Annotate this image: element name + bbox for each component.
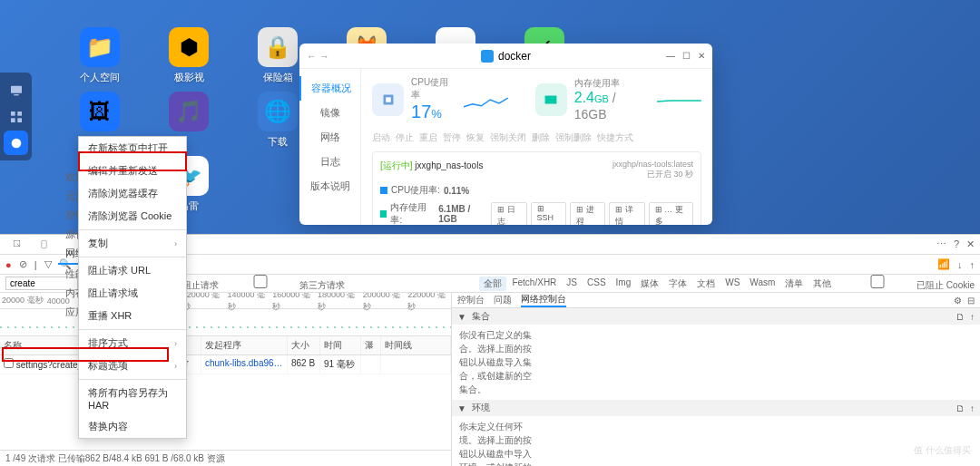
nav-arrows[interactable]: ← → bbox=[307, 51, 329, 62]
desktop-icon[interactable]: 📁个人空间 bbox=[59, 27, 141, 84]
container-button[interactable]: ⊞ … 更多 bbox=[649, 202, 693, 225]
blocked-cookie-checkbox[interactable] bbox=[841, 275, 914, 288]
context-menu-item[interactable]: 复制› bbox=[79, 232, 186, 255]
container-button[interactable]: ⊞ SSH bbox=[531, 202, 567, 225]
filter-type[interactable]: 其他 bbox=[808, 277, 836, 291]
record-icon[interactable]: ● bbox=[5, 259, 12, 270]
desktop-icon[interactable]: ⬢极影视 bbox=[148, 27, 230, 84]
row-checkbox[interactable] bbox=[4, 358, 14, 368]
cpu-sparkline bbox=[464, 91, 508, 109]
container-action[interactable]: 强制关闭 bbox=[490, 131, 526, 144]
dock-app-icon[interactable] bbox=[4, 131, 28, 155]
device-icon[interactable] bbox=[32, 237, 56, 252]
close-button[interactable]: ✕ bbox=[698, 51, 705, 61]
new-collection-icon[interactable]: 🗋 bbox=[956, 312, 965, 322]
container-action[interactable]: 重启 bbox=[419, 131, 437, 144]
context-menu-item[interactable]: 排序方式› bbox=[79, 332, 186, 354]
filter-type[interactable]: JS bbox=[562, 277, 582, 291]
dock-monitor-icon[interactable] bbox=[4, 78, 28, 102]
filter-type[interactable]: CSS bbox=[583, 277, 611, 291]
svg-rect-0 bbox=[11, 85, 22, 92]
close-devtools-icon[interactable]: ✕ bbox=[966, 238, 975, 250]
panel-close-icon[interactable]: ⊟ bbox=[967, 296, 975, 306]
maximize-button[interactable]: ☐ bbox=[682, 51, 691, 61]
container-action[interactable]: 启动 bbox=[372, 131, 390, 144]
import-collection-icon[interactable]: ↑ bbox=[970, 312, 975, 322]
svg-rect-3 bbox=[17, 112, 22, 116]
container-button[interactable]: ⊞ 日志 bbox=[491, 202, 526, 225]
container-action[interactable]: 停止 bbox=[396, 131, 414, 144]
container-card: [运行中] jxxghp_nas-tools jxxghp/nas-tools:… bbox=[372, 151, 701, 225]
panel-settings-icon[interactable]: ⚙ bbox=[954, 296, 962, 306]
container-action[interactable]: 强制删除 bbox=[555, 131, 592, 144]
filter-type[interactable]: Img bbox=[612, 277, 636, 291]
inspect-icon[interactable] bbox=[5, 237, 30, 252]
container-button[interactable]: ⊞ 详情 bbox=[609, 202, 644, 225]
icon-label: 保险箱 bbox=[263, 71, 293, 84]
context-menu-item[interactable]: 标题选项› bbox=[79, 354, 186, 377]
network-request-row[interactable]: settings?create_container=true&endPoi… x… bbox=[0, 355, 451, 374]
new-env-icon[interactable]: 🗋 bbox=[956, 403, 965, 413]
filter-type[interactable]: 全部 bbox=[479, 277, 506, 291]
filter-toggle-icon[interactable]: ▽ bbox=[44, 258, 52, 270]
tab-network-console[interactable]: 网络控制台 bbox=[521, 293, 566, 307]
svg-rect-11 bbox=[42, 240, 47, 248]
dock-grid-icon[interactable] bbox=[4, 104, 28, 129]
context-menu-item[interactable]: 将所有内容另存为HAR bbox=[79, 382, 186, 415]
icon-label: 极影视 bbox=[174, 71, 204, 84]
filter-type[interactable]: 文档 bbox=[692, 277, 720, 291]
minimize-button[interactable]: — bbox=[666, 51, 675, 61]
app-icon: 🎵 bbox=[169, 92, 209, 131]
icon-label: 个人空间 bbox=[80, 71, 120, 84]
wifi-icon[interactable]: 📶 bbox=[937, 258, 950, 270]
download-icon[interactable]: ↓ bbox=[957, 259, 963, 270]
container-action[interactable]: 快捷方式 bbox=[597, 131, 633, 144]
container-name: jxxghp_nas-tools bbox=[415, 160, 483, 170]
filter-type[interactable]: WS bbox=[720, 277, 744, 291]
tab-issues[interactable]: 问题 bbox=[494, 294, 512, 306]
cpu-value: 17 bbox=[411, 102, 431, 121]
context-menu-item[interactable]: 编辑并重新发送 bbox=[79, 160, 186, 182]
environments-empty-text: 你未定义任何环境。选择上面的按钮以从磁盘中导入环境，或创建新的空环境。 bbox=[452, 416, 543, 466]
docker-sidebar-item[interactable]: 容器概况 bbox=[299, 76, 360, 101]
container-action[interactable]: 恢复 bbox=[466, 131, 485, 144]
filter-type[interactable]: Fetch/XHR bbox=[507, 277, 561, 291]
mem-sparkline bbox=[657, 91, 701, 109]
tab-console[interactable]: 控制台 bbox=[457, 294, 485, 306]
docker-sidebar-item[interactable]: 镜像 bbox=[299, 101, 360, 125]
environments-header[interactable]: ▼ 环境 🗋 ↑ bbox=[452, 400, 980, 416]
container-action[interactable]: 暂停 bbox=[443, 131, 461, 144]
filter-type[interactable]: Wasm bbox=[745, 277, 779, 291]
app-icon: 🖼 bbox=[80, 92, 120, 131]
context-menu-item[interactable]: 清除浏览器 Cookie bbox=[79, 205, 186, 228]
collections-header[interactable]: ▼ 集合 🗋 ↑ bbox=[452, 308, 980, 325]
divider: | bbox=[34, 259, 37, 270]
context-menu-item[interactable]: 阻止请求 URL bbox=[79, 259, 186, 282]
context-menu-item[interactable]: 在新标签页中打开 bbox=[79, 137, 186, 160]
upload-icon[interactable]: ↑ bbox=[970, 259, 975, 270]
svg-rect-8 bbox=[386, 97, 391, 102]
initiator-link[interactable]: chunk-libs.dba96… bbox=[201, 355, 288, 374]
import-env-icon[interactable]: ↑ bbox=[970, 403, 975, 413]
svg-rect-1 bbox=[14, 94, 18, 95]
context-menu-item[interactable]: 替换内容 bbox=[79, 415, 186, 438]
third-party-checkbox[interactable] bbox=[224, 275, 297, 288]
mem-label: 内存使用率 bbox=[574, 77, 651, 90]
filter-type[interactable]: 清单 bbox=[780, 277, 808, 291]
clear-icon[interactable]: ⊘ bbox=[19, 258, 27, 270]
help-icon[interactable]: ? bbox=[954, 238, 959, 250]
filter-type[interactable]: 字体 bbox=[664, 277, 691, 291]
timeline-overview[interactable] bbox=[0, 309, 451, 336]
container-action[interactable]: 删除 bbox=[532, 131, 550, 144]
app-icon: ⬢ bbox=[169, 27, 209, 67]
context-menu-item[interactable]: 重播 XHR bbox=[79, 305, 186, 327]
container-button[interactable]: ⊞ 进程 bbox=[570, 202, 605, 225]
more-icon[interactable]: ⋯ bbox=[936, 238, 946, 250]
dock bbox=[0, 73, 32, 160]
filter-type[interactable]: 媒体 bbox=[636, 277, 663, 291]
docker-sidebar-item[interactable]: 日志 bbox=[299, 150, 360, 174]
context-menu-item[interactable]: 阻止请求域 bbox=[79, 282, 186, 305]
context-menu-item[interactable]: 清除浏览器缓存 bbox=[79, 182, 186, 205]
docker-sidebar-item[interactable]: 网络 bbox=[299, 125, 360, 150]
docker-sidebar-item[interactable]: 版本说明 bbox=[299, 174, 360, 199]
